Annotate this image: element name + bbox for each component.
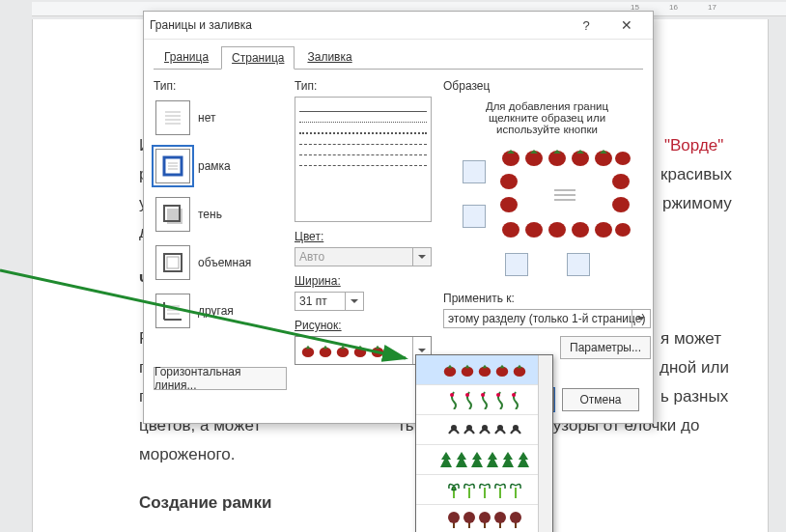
svg-point-52 [513,425,519,431]
svg-point-33 [615,223,631,237]
edge-top-button[interactable] [463,160,486,183]
svg-point-48 [451,425,457,431]
svg-point-50 [482,425,488,431]
tab-strip: Граница Страница Заливка [144,40,653,69]
help-button[interactable]: ? [566,12,606,39]
svg-point-67 [510,512,521,523]
svg-point-37 [612,197,630,212]
dropdown-scrollbar[interactable] [538,355,552,532]
svg-point-45 [481,393,485,397]
annotation-arrow [0,237,415,391]
svg-point-32 [595,222,612,238]
type-label: Тип: [154,79,287,93]
svg-point-65 [494,512,506,523]
apply-to-select[interactable]: этому разделу (только 1-й странице) [443,309,651,328]
cancel-button[interactable]: Отмена [562,388,639,411]
svg-point-36 [612,174,630,189]
options-button[interactable]: Параметры... [560,336,651,359]
art-option-maples[interactable] [416,505,552,532]
tab-page[interactable]: Страница [221,46,295,70]
doc-text: "Ворде" [664,131,723,160]
type-option-label: нет [198,111,215,125]
tab-border[interactable]: Граница [154,45,219,69]
svg-point-46 [496,393,500,397]
svg-point-49 [466,425,472,431]
sample-label: Образец [443,79,651,93]
tab-fill[interactable]: Заливка [296,45,362,69]
svg-point-43 [450,393,454,397]
doc-heading: Создание рамки [139,489,271,518]
type-option-none[interactable]: нет [154,98,287,137]
picture-art-dropdown[interactable] [415,354,553,532]
svg-point-44 [465,393,469,397]
type-swatch-shadow [155,197,190,232]
title-bar: Границы и заливка ? ✕ [144,12,653,40]
edge-left-button[interactable] [505,253,528,276]
type-option-label: тень [198,208,222,221]
svg-point-30 [548,222,566,238]
svg-point-28 [502,222,519,238]
doc-text: мороженого. [139,440,236,469]
type-option-box[interactable]: рамка [154,147,287,185]
doc-text: ржимому [662,189,732,218]
dialog-title: Границы и заливка [150,18,566,32]
apply-to-label: Применить к: [443,292,651,305]
type-option-label: рамка [198,159,231,173]
edge-right-button[interactable] [567,253,590,276]
art-option-leaves[interactable] [416,385,552,415]
art-option-palms[interactable] [416,475,552,505]
edge-bottom-button[interactable] [463,205,486,228]
art-option-pines[interactable] [416,445,552,475]
preview-page-icon [528,174,602,216]
doc-text: красивых [660,160,732,189]
preview-sample[interactable] [497,149,632,239]
apply-to-value: этому разделу (только 1-й странице) [448,312,645,325]
svg-point-63 [479,512,491,523]
svg-point-59 [448,512,460,523]
close-button[interactable]: ✕ [606,12,647,39]
style-label: Тип: [295,79,432,93]
svg-point-34 [500,174,518,189]
doc-text: я может [660,324,721,353]
art-option-birds[interactable] [416,415,552,445]
sample-hint: Для добавления границ щелкните образец и… [461,100,633,135]
preview-column: Образец Для добавления границ щелкните о… [443,79,651,390]
svg-point-31 [572,222,589,238]
type-option-shadow[interactable]: тень [154,195,287,234]
svg-point-35 [500,197,518,212]
svg-point-61 [463,512,475,523]
svg-point-47 [512,393,516,397]
svg-point-51 [497,425,503,431]
line-style-list[interactable] [295,97,432,222]
type-swatch-none [155,100,190,135]
doc-text: ь разных [660,382,728,411]
art-option-strawberry[interactable] [416,355,552,385]
svg-line-68 [0,270,406,358]
svg-rect-9 [167,209,182,224]
chevron-down-icon [632,310,650,327]
svg-point-27 [615,152,631,165]
doc-text: дной или [660,353,729,382]
type-swatch-box [155,149,190,183]
svg-point-29 [525,222,543,238]
